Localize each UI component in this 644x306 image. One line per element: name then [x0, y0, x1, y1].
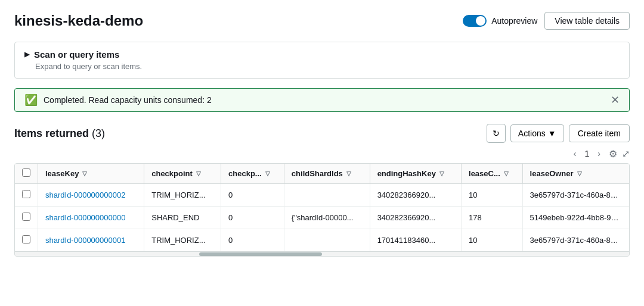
- col-endingHashKey[interactable]: endingHashKey ▽: [370, 164, 461, 184]
- table-header: leaseKey ▽ checkpoint ▽: [15, 164, 629, 184]
- select-all-checkbox[interactable]: [22, 168, 30, 177]
- cell-leaseCounter: 178: [462, 207, 523, 229]
- sort-icon: ▽: [577, 170, 582, 177]
- col-checkpoint[interactable]: checkpoint ▽: [144, 164, 221, 184]
- cell-checkpointSubSeqNum: 0: [221, 229, 284, 252]
- cell-checkpoint: TRIM_HORIZ...: [144, 229, 221, 252]
- cell-checkpointSubSeqNum: 0: [221, 207, 284, 229]
- select-all-header[interactable]: [15, 164, 38, 184]
- cell-checkpoint: SHARD_END: [144, 207, 221, 229]
- row-checkbox-cell[interactable]: [15, 184, 38, 207]
- cell-childShardIds: {"shardId-00000...: [284, 207, 370, 229]
- table-row: shardId-000000000001TRIM_HORIZ...0170141…: [15, 229, 629, 252]
- cell-endingHashKey: 340282366920...: [370, 184, 461, 207]
- page-number: 1: [585, 149, 590, 158]
- items-controls: ↻ Actions ▼ Create item: [487, 124, 630, 143]
- autopreview-toggle[interactable]: Autopreview: [463, 15, 537, 27]
- col-leaseCounter[interactable]: leaseC... ▽: [462, 164, 523, 184]
- actions-label: Actions: [518, 129, 546, 138]
- cell-endingHashKey: 340282366920...: [370, 207, 461, 229]
- items-section: Items returned (3) ↻ Actions ▼ Create it…: [14, 124, 630, 257]
- pagination-row: ‹ 1 › ⚙ ⤢: [14, 148, 630, 160]
- cell-leaseCounter: 10: [462, 184, 523, 207]
- cell-checkpoint: TRIM_HORIZ...: [144, 184, 221, 207]
- cell-leaseKey[interactable]: shardId-000000000001: [38, 229, 144, 252]
- items-table: leaseKey ▽ checkpoint ▽: [15, 164, 629, 251]
- table-row: shardId-000000000000SHARD_END0{"shardId-…: [15, 207, 629, 229]
- refresh-icon: ↻: [493, 129, 500, 138]
- prev-page-button[interactable]: ‹: [570, 148, 580, 160]
- items-header: Items returned (3) ↻ Actions ▼ Create it…: [14, 124, 630, 143]
- page-header: kinesis-keda-demo Autopreview View table…: [14, 12, 630, 30]
- cell-endingHashKey: 170141183460...: [370, 229, 461, 252]
- refresh-button[interactable]: ↻: [487, 124, 506, 143]
- row-checkbox-cell[interactable]: [15, 229, 38, 252]
- scan-heading: Scan or query items: [34, 49, 119, 60]
- table-body: shardId-000000000002TRIM_HORIZ...0340282…: [15, 184, 629, 252]
- page-title: kinesis-keda-demo: [14, 13, 143, 29]
- table-container: leaseKey ▽ checkpoint ▽: [14, 163, 630, 257]
- scan-section: ▶ Scan or query items Expand to query or…: [14, 42, 630, 79]
- cell-childShardIds: [284, 184, 370, 207]
- sort-icon: ▽: [196, 170, 201, 177]
- cell-leaseCounter: 10: [462, 229, 523, 252]
- cell-checkpointSubSeqNum: 0: [221, 184, 284, 207]
- success-content: ✅ Completed. Read capacity units consume…: [24, 95, 212, 105]
- sort-icon: ▽: [265, 170, 270, 177]
- success-icon: ✅: [24, 95, 38, 105]
- cell-childShardIds: [284, 229, 370, 252]
- sort-icon: ▽: [504, 170, 509, 177]
- expand-arrow-icon: ▶: [24, 51, 29, 58]
- cell-leaseKey[interactable]: shardId-000000000000: [38, 207, 144, 229]
- col-checkpointSubSeqNum[interactable]: checkp... ▽: [221, 164, 284, 184]
- scan-subtitle: Expand to query or scan items.: [35, 62, 620, 71]
- row-checkbox[interactable]: [22, 235, 30, 243]
- items-title-group: Items returned (3): [14, 127, 105, 140]
- close-banner-button[interactable]: ✕: [611, 95, 620, 105]
- sort-icon: ▽: [82, 170, 87, 177]
- create-item-button[interactable]: Create item: [569, 124, 630, 142]
- table-row: shardId-000000000002TRIM_HORIZ...0340282…: [15, 184, 629, 207]
- success-message: Completed. Read capacity units consumed:…: [44, 95, 212, 105]
- col-leaseKey[interactable]: leaseKey ▽: [38, 164, 144, 184]
- settings-icon[interactable]: ⚙: [609, 148, 617, 160]
- actions-button[interactable]: Actions ▼: [510, 124, 564, 142]
- view-table-details-button[interactable]: View table details: [544, 12, 630, 30]
- next-page-button[interactable]: ›: [594, 148, 604, 160]
- cell-leaseKey[interactable]: shardId-000000000002: [38, 184, 144, 207]
- resize-icon[interactable]: ⤢: [622, 148, 630, 160]
- cell-leaseOwner: 3e65797d-371c-460a-82a...: [522, 184, 629, 207]
- items-count: (3): [92, 127, 105, 139]
- cell-leaseOwner: 3e65797d-371c-460a-82a...: [522, 229, 629, 252]
- success-banner: ✅ Completed. Read capacity units consume…: [14, 88, 630, 112]
- scrollbar-track[interactable]: [15, 251, 629, 256]
- col-leaseOwner[interactable]: leaseOwner ▽: [522, 164, 629, 184]
- chevron-down-icon: ▼: [548, 129, 556, 138]
- row-checkbox-cell[interactable]: [15, 207, 38, 229]
- header-controls: Autopreview View table details: [463, 12, 630, 30]
- cell-leaseOwner: 5149ebeb-922d-4bb8-9ea...: [522, 207, 629, 229]
- toggle-switch[interactable]: [463, 15, 487, 27]
- scan-header[interactable]: ▶ Scan or query items: [24, 49, 620, 60]
- autopreview-label: Autopreview: [491, 16, 537, 26]
- items-title: Items returned (3): [14, 127, 105, 139]
- row-checkbox[interactable]: [22, 213, 30, 221]
- sort-icon: ▽: [439, 170, 444, 177]
- col-childShardIds[interactable]: childShardIds ▽: [284, 164, 370, 184]
- row-checkbox[interactable]: [22, 190, 30, 198]
- sort-icon: ▽: [346, 170, 351, 177]
- scrollbar-thumb[interactable]: [199, 252, 322, 256]
